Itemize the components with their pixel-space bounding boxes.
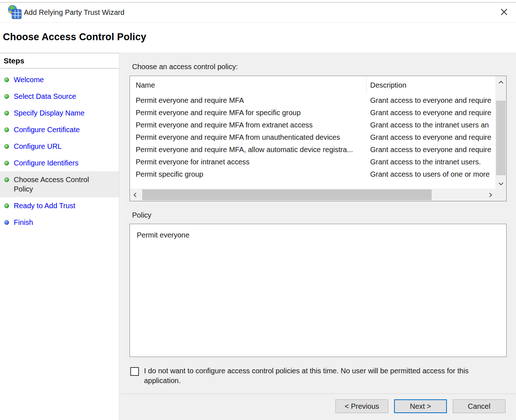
- next-button[interactable]: Next >: [394, 399, 447, 413]
- step-done-bullet-icon: [4, 177, 9, 182]
- page-header: Choose Access Control Policy: [0, 22, 516, 53]
- chevron-down-icon: [499, 181, 503, 185]
- step-done-bullet-icon: [4, 203, 9, 208]
- policy-name: Permit everyone and require MFA for spec…: [130, 106, 366, 119]
- step-item-ready-to-add-trust[interactable]: Ready to Add Trust: [0, 197, 119, 214]
- policy-description: Grant access to everyone and require: [366, 106, 495, 119]
- step-item-select-data-source[interactable]: Select Data Source: [0, 88, 119, 105]
- no-access-control-checkbox[interactable]: [130, 367, 139, 376]
- close-button[interactable]: [497, 5, 511, 19]
- step-label: Welcome: [14, 75, 44, 84]
- scroll-down-button[interactable]: [495, 177, 506, 189]
- cancel-button[interactable]: Cancel: [453, 399, 506, 413]
- step-label: Configure Certificate: [14, 125, 80, 134]
- horizontal-scrollbar[interactable]: [130, 189, 495, 201]
- policy-preview-box: Permit everyone: [130, 224, 507, 357]
- policy-description: Grant access to users of one or more: [366, 168, 495, 180]
- policy-row-permit-everyone-require-mfa[interactable]: Permit everyone and require MFA Grant ac…: [130, 94, 495, 106]
- step-item-welcome[interactable]: Welcome: [0, 71, 119, 88]
- titlebar: Add Relying Party Trust Wizard: [0, 3, 516, 22]
- policy-name: Permit specific group: [130, 168, 366, 180]
- column-separator[interactable]: [366, 77, 367, 94]
- chevron-left-icon: [134, 193, 138, 197]
- policy-name: Permit everyone and require MFA from ext…: [130, 119, 366, 131]
- no-access-control-checkbox-label[interactable]: I do not want to configure access contro…: [144, 366, 493, 386]
- vertical-scrollbar[interactable]: [495, 76, 506, 189]
- policy-description: Grant access to everyone and require: [366, 131, 495, 143]
- policy-name: Permit everyone and require MFA, allow a…: [130, 143, 366, 156]
- step-done-bullet-icon: [4, 127, 9, 132]
- step-item-configure-url[interactable]: Configure URL: [0, 138, 119, 155]
- policy-description: Grant access to the intranet users.: [366, 156, 495, 168]
- step-label: Select Data Source: [14, 92, 76, 101]
- step-item-configure-identifiers[interactable]: Configure Identifiers: [0, 155, 119, 171]
- policy-list-label: Choose an access control policy:: [132, 63, 238, 71]
- step-item-configure-certificate[interactable]: Configure Certificate: [0, 121, 119, 138]
- policy-row-permit-everyone-intranet[interactable]: Permit everyone for intranet access Gran…: [130, 156, 495, 168]
- vertical-scroll-thumb[interactable]: [496, 101, 506, 175]
- step-label: Specify Display Name: [14, 108, 85, 118]
- adfs-wizard-icon: [7, 5, 22, 20]
- step-item-finish[interactable]: Finish: [0, 214, 119, 231]
- steps-list: Welcome Select Data Source Specify Displ…: [0, 68, 119, 231]
- footer: < Previous Next > Cancel: [120, 394, 516, 420]
- policy-row-permit-specific-group[interactable]: Permit specific group Grant access to us…: [130, 168, 495, 180]
- step-label: Choose Access Control Policy: [14, 175, 99, 194]
- step-done-bullet-icon: [4, 144, 9, 149]
- policy-label: Policy: [132, 211, 151, 219]
- step-done-bullet-icon: [4, 161, 9, 165]
- page-title: Choose Access Control Policy: [3, 32, 146, 43]
- scroll-up-button[interactable]: [495, 76, 506, 88]
- step-done-bullet-icon: [4, 94, 9, 99]
- scroll-right-button[interactable]: [484, 189, 495, 201]
- access-control-policy-list: Name Description Permit everyone and req…: [130, 76, 507, 201]
- policy-description: Grant access to everyone and require: [366, 143, 495, 156]
- steps-heading: Steps: [0, 53, 119, 68]
- step-label: Finish: [14, 218, 33, 227]
- policy-name: Permit everyone and require MFA: [130, 94, 366, 106]
- policy-name: Permit everyone and require MFA from una…: [130, 131, 366, 143]
- column-header-description[interactable]: Description: [370, 76, 406, 94]
- step-item-specify-display-name[interactable]: Specify Display Name: [0, 105, 119, 121]
- step-done-bullet-icon: [4, 77, 9, 82]
- wizard-window: Add Relying Party Trust Wizard Choose Ac…: [0, 0, 516, 420]
- column-header-name[interactable]: Name: [136, 76, 155, 94]
- checkbox-row: I do not want to configure access contro…: [130, 366, 503, 386]
- close-icon: [499, 7, 509, 18]
- window-title: Add Relying Party Trust Wizard: [24, 3, 124, 22]
- step-pending-bullet-icon: [4, 220, 9, 225]
- chevron-up-icon: [499, 80, 503, 85]
- list-rows: Permit everyone and require MFA Grant ac…: [130, 94, 495, 180]
- previous-button[interactable]: < Previous: [335, 399, 388, 413]
- policy-row-permit-everyone-require-mfa-auto-device[interactable]: Permit everyone and require MFA, allow a…: [130, 143, 495, 156]
- chevron-right-icon: [487, 193, 492, 197]
- step-done-bullet-icon: [4, 111, 9, 116]
- step-label: Configure Identifiers: [14, 158, 79, 168]
- list-header: Name Description: [130, 76, 495, 94]
- horizontal-scroll-thumb[interactable]: [142, 189, 432, 200]
- policy-row-permit-everyone-require-mfa-specific-group[interactable]: Permit everyone and require MFA for spec…: [130, 106, 495, 119]
- policy-description: Grant access to the intranet users an: [366, 119, 495, 131]
- policy-row-permit-everyone-require-mfa-extranet[interactable]: Permit everyone and require MFA from ext…: [130, 119, 495, 131]
- scrollbar-corner: [495, 189, 506, 201]
- policy-row-permit-everyone-require-mfa-unauthenticated[interactable]: Permit everyone and require MFA from una…: [130, 131, 495, 143]
- policy-description: Grant access to everyone and require: [366, 94, 495, 106]
- step-item-choose-access-control-policy[interactable]: Choose Access Control Policy: [0, 171, 119, 197]
- step-label: Ready to Add Trust: [14, 201, 75, 210]
- policy-value: Permit everyone: [130, 224, 506, 239]
- steps-panel: Steps Welcome Select Data Source Specify…: [0, 53, 119, 420]
- step-label: Configure URL: [14, 142, 62, 151]
- scroll-left-button[interactable]: [130, 189, 141, 201]
- policy-name: Permit everyone for intranet access: [130, 156, 366, 168]
- main-content: Choose an access control policy: Name De…: [120, 53, 516, 394]
